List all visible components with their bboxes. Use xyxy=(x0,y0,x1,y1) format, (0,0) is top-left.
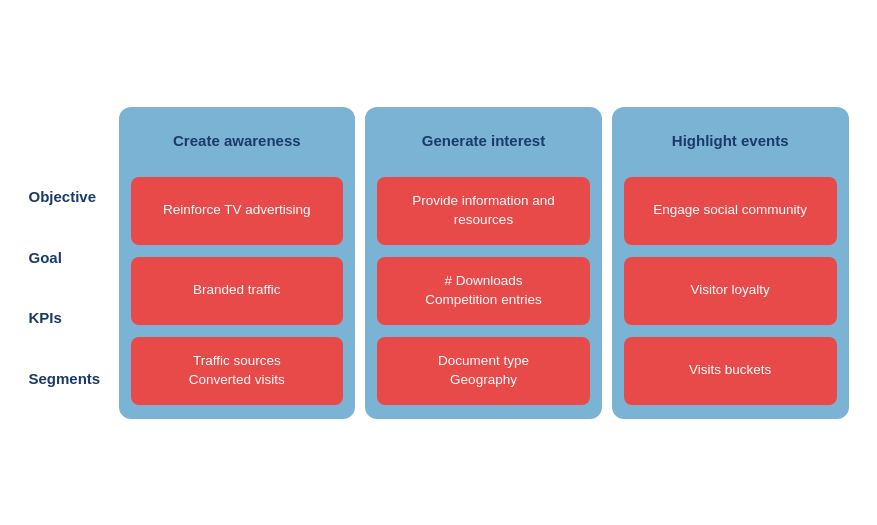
card-engage-social: Engage social community xyxy=(624,177,837,245)
column-header-highlight-events: Highlight events xyxy=(672,121,789,161)
diagram-wrapper: Objective Goal KPIs Segments Create awar… xyxy=(29,107,849,419)
objective-label: Objective xyxy=(29,167,119,228)
goal-label: Goal xyxy=(29,227,119,288)
card-visitor-loyalty: Visitor loyalty xyxy=(624,257,837,325)
column-generate-interest: Generate interestProvide information and… xyxy=(365,107,602,419)
card-downloads: # Downloads Competition entries xyxy=(377,257,590,325)
card-document-type: Document type Geography xyxy=(377,337,590,405)
card-traffic-sources: Traffic sources Converted visits xyxy=(131,337,344,405)
kpis-label: KPIs xyxy=(29,288,119,349)
row-labels: Objective Goal KPIs Segments xyxy=(29,107,119,419)
segments-label: Segments xyxy=(29,348,119,409)
column-create-awareness: Create awarenessReinforce TV advertising… xyxy=(119,107,356,419)
column-header-create-awareness: Create awareness xyxy=(173,121,301,161)
card-branded-traffic: Branded traffic xyxy=(131,257,344,325)
column-highlight-events: Highlight eventsEngage social communityV… xyxy=(612,107,849,419)
card-provide-info: Provide information and resources xyxy=(377,177,590,245)
column-header-generate-interest: Generate interest xyxy=(422,121,545,161)
card-visits-buckets: Visits buckets xyxy=(624,337,837,405)
card-reinforce-tv: Reinforce TV advertising xyxy=(131,177,344,245)
columns-area: Create awarenessReinforce TV advertising… xyxy=(119,107,849,419)
